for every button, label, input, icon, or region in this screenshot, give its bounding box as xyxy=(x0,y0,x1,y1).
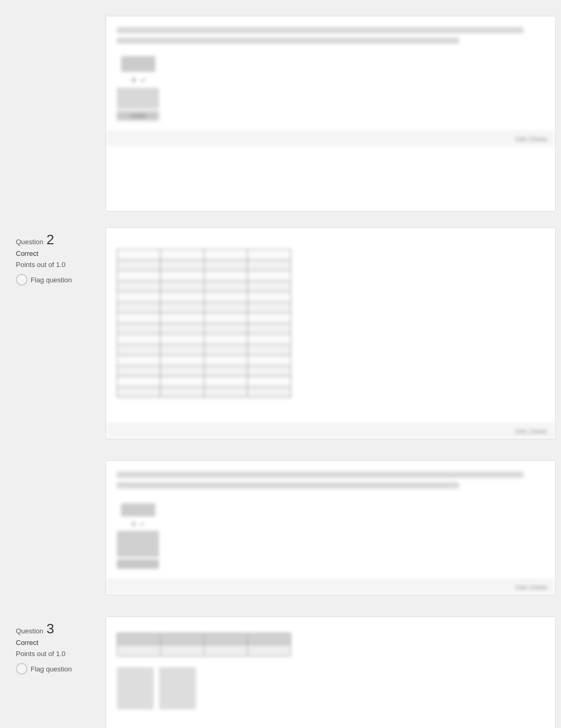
table-cell xyxy=(247,260,291,271)
question-3-sidebar: Question 3 Correct Points out of 1.0 Fla… xyxy=(0,611,106,728)
question-label: Question xyxy=(16,238,43,246)
table-cell xyxy=(161,366,204,376)
table-header-cell xyxy=(204,633,247,645)
table-cell xyxy=(117,376,161,387)
table-cell xyxy=(204,345,247,355)
table-cell xyxy=(161,292,204,302)
edit-delete-link-q2[interactable]: Edit | Delete xyxy=(516,428,547,435)
q3-status: Correct xyxy=(16,639,95,647)
table-cell xyxy=(204,376,247,387)
table-cell xyxy=(117,250,161,260)
table-row xyxy=(117,324,291,334)
question-2-block: Question 2 Correct Points out of 1.0 Fla… xyxy=(0,222,561,439)
flag-button[interactable] xyxy=(16,274,27,285)
table-cell xyxy=(161,645,204,657)
table-cell xyxy=(161,302,204,313)
table-cell xyxy=(247,355,291,366)
table-cell xyxy=(247,313,291,324)
table-row xyxy=(117,376,291,387)
q3-top-feedback: Edit | Delete xyxy=(106,579,555,595)
table-cell xyxy=(247,250,291,260)
table-cell xyxy=(204,260,247,271)
table-cell xyxy=(117,645,161,657)
table-cell xyxy=(117,302,161,313)
question-2-sidebar: Question 2 Correct Points out of 1.0 Fla… xyxy=(0,222,106,439)
table-cell xyxy=(161,324,204,334)
table-cell xyxy=(117,313,161,324)
table-cell xyxy=(117,345,161,355)
table-cell xyxy=(247,376,291,387)
q-spacer xyxy=(0,439,561,455)
table-cell xyxy=(161,271,204,281)
table-cell xyxy=(247,387,291,398)
table-cell xyxy=(204,271,247,281)
table-cell xyxy=(204,292,247,302)
question-number-row: Question 2 xyxy=(16,233,95,246)
answer-table xyxy=(117,249,291,398)
table-cell xyxy=(161,334,204,345)
table-row xyxy=(117,334,291,345)
table-cell xyxy=(204,387,247,398)
edit-delete-link-q3top[interactable]: Edit | Delete xyxy=(516,584,547,591)
q1-top-content: ★ ✓ Answer xyxy=(117,27,545,121)
table-row xyxy=(117,250,291,260)
table-cell xyxy=(204,645,247,657)
table-cell xyxy=(204,313,247,324)
table-cell xyxy=(204,302,247,313)
data-table-container xyxy=(117,249,545,398)
table-cell xyxy=(247,324,291,334)
table-cell xyxy=(247,366,291,376)
table-cell xyxy=(247,281,291,292)
table-row xyxy=(117,281,291,292)
table-cell xyxy=(247,271,291,281)
q3-number-row: Question 3 xyxy=(16,622,95,635)
table-row xyxy=(117,302,291,313)
table-cell xyxy=(161,313,204,324)
q1-top-feedback: Edit | Delete xyxy=(106,131,555,146)
table-header-cell xyxy=(117,633,161,645)
q3-points: Points out of 1.0 xyxy=(16,650,95,658)
flag-label[interactable]: Flag question xyxy=(31,276,72,284)
edit-delete-link[interactable]: Edit | Delete xyxy=(516,136,547,142)
table-row xyxy=(117,387,291,398)
table-cell xyxy=(247,645,291,657)
q3-flag-label[interactable]: Flag question xyxy=(31,665,72,673)
table-cell xyxy=(161,281,204,292)
blur-text-line xyxy=(117,472,523,478)
table-cell xyxy=(204,281,247,292)
question-number: 2 xyxy=(46,233,54,246)
table-row xyxy=(117,292,291,302)
q-spacer-2 xyxy=(0,595,561,611)
table-row xyxy=(117,645,291,657)
q3-top-content-wrapper: ★ ✓ Edit | Delete xyxy=(106,460,556,595)
blur-text-line xyxy=(117,38,459,44)
q3-label: Question xyxy=(16,627,43,635)
table-cell xyxy=(247,292,291,302)
table-cell xyxy=(161,387,204,398)
q3-number: 3 xyxy=(46,622,54,635)
q2-feedback-bar: Edit | Delete xyxy=(106,423,555,439)
q3-table xyxy=(117,633,291,657)
table-cell xyxy=(161,345,204,355)
q3-top-block: ★ ✓ Edit | Delete xyxy=(0,455,561,595)
table-header-cell xyxy=(161,633,204,645)
table-cell xyxy=(247,302,291,313)
table-cell xyxy=(247,345,291,355)
question-3-block: Question 3 Correct Points out of 1.0 Fla… xyxy=(0,611,561,728)
table-cell xyxy=(161,250,204,260)
table-row xyxy=(117,633,291,645)
table-row xyxy=(117,260,291,271)
table-row xyxy=(117,345,291,355)
table-cell xyxy=(161,355,204,366)
table-cell xyxy=(117,292,161,302)
q3-flag-row[interactable]: Flag question xyxy=(16,663,95,675)
table-cell xyxy=(117,355,161,366)
table-cell xyxy=(247,334,291,345)
flag-row[interactable]: Flag question xyxy=(16,274,95,285)
table-cell xyxy=(117,260,161,271)
table-cell xyxy=(204,334,247,345)
points-text: Points out of 1.0 xyxy=(16,261,95,269)
table-cell xyxy=(204,366,247,376)
table-cell xyxy=(204,324,247,334)
q3-flag-button[interactable] xyxy=(16,663,27,675)
